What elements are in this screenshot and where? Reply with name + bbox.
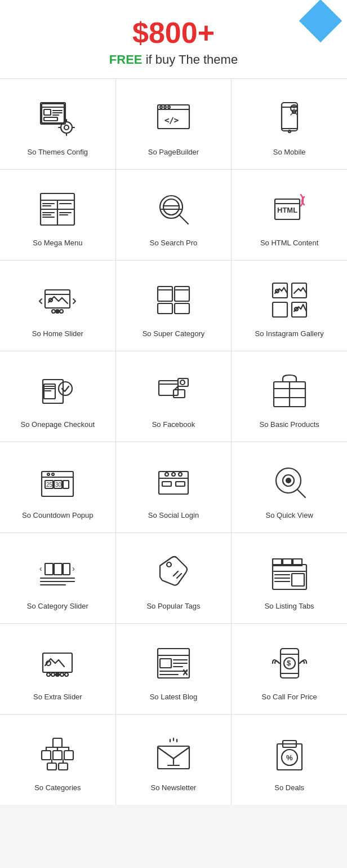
svg-rect-70 [159, 381, 178, 395]
module-cell-mobile[interactable]: So Mobile [232, 79, 347, 169]
header: $800+ FREE if buy The theme [0, 0, 347, 78]
onepage-checkout-label: So Onepage Checkout [21, 420, 95, 429]
newsletter-label: So Newsletter [151, 783, 197, 792]
module-cell-deals[interactable]: % So Deals [232, 715, 347, 805]
free-label: FREE [109, 52, 143, 67]
svg-text:›: › [72, 564, 75, 573]
module-cell-categories[interactable]: So Categories [0, 715, 115, 805]
svg-point-94 [179, 473, 182, 476]
svg-rect-100 [54, 563, 62, 575]
module-cell-countdown-popup[interactable]: 25 30 So Countdown Popup [0, 442, 115, 532]
home-slider-icon [35, 277, 80, 323]
onepage-checkout-icon [35, 368, 80, 413]
module-cell-social-login[interactable]: So Social Login [116, 442, 232, 532]
module-cell-html-content[interactable]: HTML So HTML Content [232, 170, 347, 260]
svg-point-123 [65, 673, 68, 676]
svg-point-69 [59, 382, 72, 395]
svg-rect-90 [162, 482, 171, 486]
svg-point-50 [56, 310, 59, 313]
svg-rect-144 [59, 763, 68, 770]
popular-tags-icon [151, 550, 196, 595]
basic-products-label: So Basic Products [260, 420, 319, 429]
facebook-icon [151, 368, 196, 413]
svg-point-107 [167, 562, 171, 567]
listing-tabs-label: So Listing Tabs [265, 602, 314, 610]
module-cell-super-category[interactable]: So Super Category [116, 261, 232, 351]
social-login-icon [151, 459, 196, 504]
svg-rect-74 [174, 390, 185, 398]
categories-icon [35, 732, 80, 777]
svg-rect-113 [292, 574, 304, 586]
module-cell-latest-blog[interactable]: So Latest Blog [116, 624, 232, 714]
deals-label: So Deals [274, 783, 304, 792]
svg-rect-85 [63, 481, 69, 488]
themes-config-icon [35, 96, 80, 141]
module-cell-home-slider[interactable]: So Home Slider [0, 261, 115, 351]
extra-slider-icon [35, 641, 80, 686]
quick-view-icon [267, 459, 312, 504]
svg-line-98 [297, 490, 305, 497]
svg-rect-126 [160, 659, 171, 668]
svg-point-120 [56, 673, 59, 676]
svg-point-121 [60, 673, 64, 676]
module-cell-facebook[interactable]: So Facebook [116, 351, 232, 442]
categories-label: So Categories [34, 783, 81, 792]
module-cell-category-slider[interactable]: ‹ › So Category Slider [0, 533, 115, 623]
svg-text:</>: </> [164, 116, 179, 125]
mobile-label: So Mobile [273, 148, 306, 156]
module-cell-popular-tags[interactable]: So Popular Tags [116, 533, 232, 623]
latest-blog-label: So Latest Blog [150, 693, 198, 701]
svg-text:HTML: HTML [277, 206, 297, 214]
svg-point-18 [168, 106, 170, 108]
module-cell-listing-tabs[interactable]: So Listing Tabs [232, 533, 347, 623]
instagram-gallery-label: So Instagram Gallery [255, 329, 324, 338]
svg-rect-142 [64, 751, 73, 760]
svg-rect-101 [63, 563, 70, 575]
svg-rect-61 [292, 302, 306, 317]
svg-point-92 [165, 473, 168, 476]
svg-rect-60 [273, 302, 287, 317]
listing-tabs-icon [267, 550, 312, 595]
facebook-label: So Facebook [152, 420, 195, 429]
mobile-icon [267, 96, 312, 141]
module-cell-instagram-gallery[interactable]: So Instagram Gallery [232, 261, 347, 351]
svg-rect-7 [44, 117, 57, 121]
svg-text:%: % [286, 754, 293, 762]
mega-menu-label: So Mega Menu [33, 239, 82, 247]
svg-point-81 [47, 473, 50, 475]
svg-text:$: $ [287, 659, 291, 667]
svg-rect-99 [45, 563, 53, 575]
module-cell-themes-config[interactable]: So Themes Config [0, 79, 115, 169]
module-cell-extra-slider[interactable]: So Extra Slider [0, 624, 115, 714]
quick-view-label: So Quick View [266, 511, 313, 519]
svg-rect-54 [158, 303, 172, 314]
svg-rect-3 [44, 109, 51, 115]
svg-rect-140 [42, 751, 51, 760]
svg-rect-55 [175, 303, 189, 314]
svg-text:30: 30 [55, 482, 62, 488]
deals-icon: % [267, 732, 312, 777]
svg-text:‹: ‹ [39, 564, 42, 573]
extra-slider-label: So Extra Slider [33, 693, 82, 701]
module-cell-mega-menu[interactable]: So Mega Menu [0, 170, 115, 260]
svg-rect-52 [158, 287, 172, 301]
module-cell-newsletter[interactable]: So Newsletter [116, 715, 232, 805]
svg-point-51 [60, 310, 63, 313]
svg-point-9 [64, 125, 69, 130]
svg-point-49 [52, 310, 55, 313]
module-cell-quick-view[interactable]: So Quick View [232, 442, 347, 532]
instagram-gallery-icon [267, 277, 312, 323]
pagebuilder-label: So PageBuilder [148, 148, 199, 156]
svg-point-82 [52, 473, 54, 475]
module-cell-pagebuilder[interactable]: </> So PageBuilder [116, 79, 232, 169]
module-cell-onepage-checkout[interactable]: So Onepage Checkout [0, 351, 115, 442]
svg-rect-139 [53, 738, 62, 747]
svg-point-97 [286, 478, 291, 483]
module-cell-search-pro[interactable]: So Search Pro [116, 170, 232, 260]
svg-point-93 [172, 473, 175, 476]
subtitle-rest: if buy The theme [143, 52, 238, 67]
svg-line-40 [179, 215, 188, 224]
module-cell-basic-products[interactable]: So Basic Products [232, 351, 347, 442]
module-cell-call-for-price[interactable]: $ So Call For Price [232, 624, 347, 714]
header-subtitle: FREE if buy The theme [11, 52, 336, 67]
